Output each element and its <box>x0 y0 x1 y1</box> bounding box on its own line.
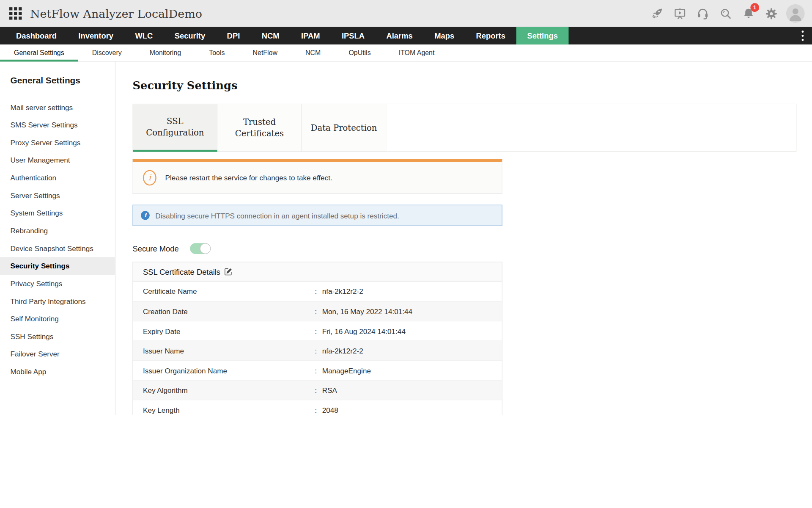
row-label: Key Algorithm <box>143 386 315 395</box>
nav-alarms[interactable]: Alarms <box>376 27 424 45</box>
sidebar-item-proxy-server[interactable]: Proxy Server Settings <box>0 134 115 152</box>
sidebar-item-third-party[interactable]: Third Party Integrations <box>0 293 115 310</box>
top-bar: NetFlow Analyzer LocalDemo <box>0 0 812 27</box>
table-row: Issuer Name : nfa-2k12r2-2 <box>133 340 502 360</box>
headset-icon[interactable] <box>695 6 710 21</box>
sidebar-item-device-snapshot[interactable]: Device Snapshot Settings <box>0 240 115 257</box>
tab-tools[interactable]: Tools <box>195 44 239 61</box>
main-content: Security Settings SSL Configuration Trus… <box>116 62 812 415</box>
tab-ssl-configuration[interactable]: SSL Configuration <box>133 104 218 152</box>
table-row: Issuer Organization Name : ManageEngine <box>133 360 502 380</box>
sidebar-item-server-settings[interactable]: Server Settings <box>0 187 115 204</box>
rocket-icon[interactable] <box>650 6 665 21</box>
table-row: Creation Date : Mon, 16 May 2022 14:01:4… <box>133 301 502 321</box>
primary-nav: Dashboard Inventory WLC Security DPI NCM… <box>0 27 812 45</box>
tab-label: Data Protection <box>311 122 377 133</box>
sidebar-item-ssh-settings[interactable]: SSH Settings <box>0 328 115 345</box>
nav-dashboard[interactable]: Dashboard <box>5 27 67 45</box>
sidebar-item-mobile-app[interactable]: Mobile App <box>0 363 115 381</box>
sidebar-item-privacy-settings[interactable]: Privacy Settings <box>0 275 115 293</box>
secure-mode-label: Secure Mode <box>132 244 178 253</box>
sidebar-item-security-settings[interactable]: Security Settings <box>0 257 115 275</box>
apps-grid-icon[interactable] <box>9 7 22 19</box>
tab-label: SSL Configuration <box>146 116 204 138</box>
restart-notice-text: Please restart the service for changes t… <box>165 174 332 182</box>
nav-maps[interactable]: Maps <box>423 27 465 45</box>
row-label: Issuer Organization Name <box>143 366 315 375</box>
tab-general-settings[interactable]: General Settings <box>0 44 78 61</box>
sidebar-item-mail-server[interactable]: Mail server settings <box>0 99 115 116</box>
secure-mode-toggle[interactable] <box>190 243 211 254</box>
row-value: ManageEngine <box>322 366 502 375</box>
table-row: Expiry Date : Fri, 16 Aug 2024 14:01:44 <box>133 321 502 341</box>
ssl-certificate-table: SSL Certificate Details Certificate Name… <box>132 262 502 415</box>
info-filled-icon <box>141 211 150 220</box>
sidebar-item-user-management[interactable]: User Management <box>0 152 115 169</box>
tab-monitoring[interactable]: Monitoring <box>136 44 195 61</box>
row-label: Certificate Name <box>143 287 315 295</box>
table-row: Key Algorithm : RSA <box>133 380 502 400</box>
more-menu-icon[interactable] <box>798 27 808 45</box>
toggle-knob <box>200 243 211 254</box>
edit-icon[interactable] <box>224 268 233 276</box>
notification-badge: 1 <box>750 3 759 12</box>
sidebar-heading: General Settings <box>10 76 115 86</box>
user-avatar[interactable] <box>786 4 805 23</box>
top-icon-group: 1 <box>650 0 812 27</box>
row-value: Fri, 16 Aug 2024 14:01:44 <box>322 327 502 335</box>
ssl-certificate-header: SSL Certificate Details <box>133 262 502 282</box>
sidebar-item-failover-server[interactable]: Failover Server <box>0 345 115 363</box>
presentation-icon[interactable] <box>672 6 688 21</box>
tab-discovery[interactable]: Discovery <box>78 44 136 61</box>
search-icon[interactable] <box>718 6 733 21</box>
gear-icon[interactable] <box>763 6 779 21</box>
nav-ipsla[interactable]: IPSLA <box>331 27 376 45</box>
row-label: Creation Date <box>143 307 315 316</box>
nav-ncm[interactable]: NCM <box>251 27 290 45</box>
sidebar-item-sms-server[interactable]: SMS Server Settings <box>0 116 115 134</box>
nav-ipam[interactable]: IPAM <box>290 27 331 45</box>
sidebar-item-system-settings[interactable]: System Settings <box>0 204 115 222</box>
row-value: RSA <box>322 386 502 395</box>
secure-mode-row: Secure Mode <box>132 243 812 254</box>
restart-notice: Please restart the service for changes t… <box>132 159 502 194</box>
tab-ncm[interactable]: NCM <box>291 44 335 61</box>
app-title: NetFlow Analyzer LocalDemo <box>30 0 202 27</box>
ssl-certificate-header-label: SSL Certificate Details <box>143 267 220 276</box>
security-tabs: SSL Configuration Trusted Certificates D… <box>132 104 796 152</box>
tab-strip-filler <box>386 104 796 152</box>
nav-dpi[interactable]: DPI <box>216 27 251 45</box>
tab-label: Trusted Certificates <box>235 116 284 139</box>
row-colon: : <box>315 327 322 335</box>
info-circle-icon <box>143 170 156 185</box>
tab-netflow[interactable]: NetFlow <box>239 44 291 61</box>
tab-data-protection[interactable]: Data Protection <box>302 104 387 152</box>
row-colon: : <box>315 287 322 295</box>
row-colon: : <box>315 406 322 414</box>
nav-security[interactable]: Security <box>164 27 216 45</box>
nav-reports[interactable]: Reports <box>465 27 516 45</box>
row-colon: : <box>315 386 322 395</box>
secondary-nav: General Settings Discovery Monitoring To… <box>0 44 812 61</box>
tab-itom-agent[interactable]: ITOM Agent <box>385 44 449 61</box>
row-colon: : <box>315 366 322 375</box>
sidebar-item-authentication[interactable]: Authentication <box>0 169 115 187</box>
https-restriction-text: Disabling secure HTTPS connection in an … <box>155 211 399 220</box>
tab-oputils[interactable]: OpUtils <box>335 44 384 61</box>
row-label: Expiry Date <box>143 327 315 335</box>
sidebar-item-self-monitoring[interactable]: Self Monitoring <box>0 310 115 328</box>
row-value: 2048 <box>322 406 502 414</box>
row-value: Mon, 16 May 2022 14:01:44 <box>322 307 502 316</box>
table-row: Key Length : 2048 <box>133 400 502 415</box>
table-row: Certificate Name : nfa-2k12r2-2 <box>133 282 502 301</box>
sidebar-item-rebranding[interactable]: Rebranding <box>0 222 115 240</box>
settings-sidebar: General Settings Mail server settings SM… <box>0 62 115 415</box>
row-label: Issuer Name <box>143 347 315 355</box>
https-restriction-notice: Disabling secure HTTPS connection in an … <box>132 205 502 226</box>
nav-wlc[interactable]: WLC <box>124 27 164 45</box>
bell-icon[interactable]: 1 <box>741 6 756 21</box>
row-value: nfa-2k12r2-2 <box>322 347 502 355</box>
tab-trusted-certificates[interactable]: Trusted Certificates <box>217 104 302 152</box>
nav-inventory[interactable]: Inventory <box>68 27 124 45</box>
nav-settings[interactable]: Settings <box>516 27 569 45</box>
